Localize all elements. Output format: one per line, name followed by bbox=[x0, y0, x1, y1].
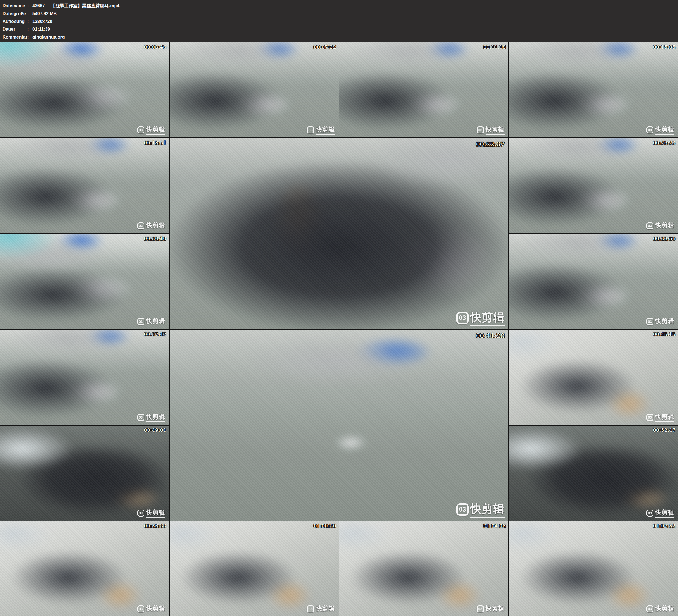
meta-separator: : bbox=[27, 2, 32, 10]
kuaijianji-logo-icon: 03 bbox=[456, 312, 469, 324]
meta-separator: : bbox=[27, 10, 32, 17]
watermark: 03 快剪辑 bbox=[138, 317, 165, 326]
comment-value: qinglanhua.org bbox=[32, 33, 65, 41]
video-thumbnail: 01:00:20 03 快剪辑 bbox=[170, 521, 339, 616]
watermark: 03 快剪辑 bbox=[646, 317, 674, 326]
filesize-value: 5407.82 MB bbox=[32, 10, 57, 17]
watermark: 03 快剪辑 bbox=[138, 221, 165, 230]
watermark-text: 快剪辑 bbox=[146, 221, 165, 230]
watermark-text: 快剪辑 bbox=[146, 413, 165, 422]
watermark-text: 快剪辑 bbox=[655, 125, 674, 134]
kuaijianji-logo-icon: 03 bbox=[138, 222, 144, 229]
timestamp-overlay: 00:18:51 bbox=[144, 140, 166, 146]
duration-value: 01:11:39 bbox=[32, 26, 50, 33]
timestamp-overlay: 00:15:05 bbox=[653, 44, 676, 50]
video-thumbnail: 00:52:47 03 快剪辑 bbox=[509, 426, 678, 521]
watermark-text: 快剪辑 bbox=[655, 604, 674, 614]
thumbnail-image-placeholder bbox=[0, 234, 169, 329]
meta-row-filename: Dateiname : 43667----【浅墨工作室】黑丝直臂驷马.mp4 bbox=[2, 2, 678, 10]
timestamp-overlay: 01:07:52 bbox=[653, 523, 676, 529]
kuaijianji-logo-icon: 03 bbox=[646, 126, 653, 133]
video-thumbnail: 00:15:05 03 快剪辑 bbox=[509, 42, 678, 138]
thumbnail-image-placeholder bbox=[509, 42, 678, 138]
video-thumbnail: 01:04:06 03 快剪辑 bbox=[339, 521, 509, 616]
timestamp-overlay: 00:52:47 bbox=[653, 427, 676, 433]
timestamp-overlay: 00:22:37 bbox=[476, 141, 505, 148]
timestamp-overlay: 00:11:18 bbox=[483, 44, 505, 50]
watermark-text: 快剪辑 bbox=[146, 604, 165, 614]
meta-separator: : bbox=[27, 33, 32, 41]
watermark: 03 快剪辑 bbox=[477, 604, 505, 614]
video-thumbnail: 00:07:32 03 快剪辑 bbox=[170, 42, 339, 138]
watermark: 03 快剪辑 bbox=[646, 125, 674, 134]
watermark-text: 快剪辑 bbox=[486, 125, 505, 134]
thumbnail-image-placeholder bbox=[509, 330, 678, 425]
watermark-text: 快剪辑 bbox=[655, 317, 674, 326]
thumbnail-image-placeholder bbox=[170, 42, 339, 138]
watermark: 03 快剪辑 bbox=[307, 604, 335, 614]
meta-row-comment: Kommentar : qinglanhua.org bbox=[2, 33, 678, 41]
kuaijianji-logo-icon: 03 bbox=[307, 126, 314, 133]
thumbnail-image-placeholder bbox=[339, 42, 509, 138]
timestamp-overlay: 00:37:42 bbox=[144, 332, 166, 337]
watermark-text: 快剪辑 bbox=[486, 604, 505, 614]
video-thumbnail: 00:56:33 03 快剪辑 bbox=[0, 521, 169, 616]
timestamp-overlay: 00:30:10 bbox=[144, 236, 166, 241]
kuaijianji-logo-icon: 03 bbox=[138, 126, 144, 133]
watermark-text: 快剪辑 bbox=[146, 317, 165, 326]
timestamp-overlay: 00:03:46 bbox=[144, 44, 166, 50]
thumbnail-image-placeholder bbox=[170, 138, 509, 329]
video-thumbnail: 00:30:10 03 快剪辑 bbox=[0, 234, 169, 329]
timestamp-overlay: 01:04:06 bbox=[483, 523, 505, 529]
kuaijianji-logo-icon: 03 bbox=[138, 414, 144, 421]
thumbnail-image-placeholder bbox=[509, 138, 678, 233]
thumbnail-image-placeholder bbox=[170, 521, 339, 616]
meta-row-filesize: Dateigröße : 5407.82 MB bbox=[2, 10, 678, 17]
thumbnail-image-placeholder bbox=[0, 138, 169, 233]
kuaijianji-logo-icon: 03 bbox=[138, 510, 144, 516]
meta-label: Kommentar bbox=[2, 33, 27, 41]
kuaijianji-logo-icon: 03 bbox=[138, 605, 144, 612]
thumbnail-grid: 00:03:46 03 快剪辑 00:07:32 03 快剪辑 00:11:18… bbox=[0, 42, 678, 616]
thumbnail-image-placeholder bbox=[0, 521, 169, 616]
video-thumbnail: 00:37:42 03 快剪辑 bbox=[0, 330, 169, 425]
video-thumbnail: 00:18:51 03 快剪辑 bbox=[0, 138, 169, 233]
kuaijianji-logo-icon: 03 bbox=[307, 605, 314, 612]
meta-label: Auflösung bbox=[2, 17, 27, 26]
video-thumbnail: 00:26:23 03 快剪辑 bbox=[509, 138, 678, 233]
timestamp-overlay: 00:33:56 bbox=[653, 236, 676, 241]
watermark-text: 快剪辑 bbox=[316, 604, 335, 614]
timestamp-overlay: 00:07:32 bbox=[314, 44, 336, 50]
kuaijianji-logo-icon: 03 bbox=[646, 222, 653, 229]
meta-label: Dauer bbox=[2, 26, 27, 33]
filename-value: 43667----【浅墨工作室】黑丝直臂驷马.mp4 bbox=[32, 2, 119, 10]
kuaijianji-logo-icon: 03 bbox=[138, 318, 144, 325]
thumbnail-image-placeholder bbox=[0, 42, 169, 138]
timestamp-overlay: 00:26:23 bbox=[653, 140, 676, 146]
watermark: 03 快剪辑 bbox=[646, 413, 674, 422]
metadata-header: Dateiname : 43667----【浅墨工作室】黑丝直臂驷马.mp4 D… bbox=[0, 0, 678, 42]
watermark-text: 快剪辑 bbox=[470, 310, 505, 326]
timestamp-overlay: 00:45:15 bbox=[653, 332, 676, 337]
meta-separator: : bbox=[27, 17, 32, 26]
meta-row-duration: Dauer : 01:11:39 bbox=[2, 26, 678, 33]
timestamp-overlay: 00:49:01 bbox=[144, 427, 166, 433]
watermark: 03 快剪辑 bbox=[138, 508, 165, 518]
video-thumbnail: 00:49:01 03 快剪辑 bbox=[0, 426, 169, 521]
watermark: 03 快剪辑 bbox=[477, 125, 505, 134]
watermark-text: 快剪辑 bbox=[146, 125, 165, 134]
video-thumbnail: 01:07:52 03 快剪辑 bbox=[509, 521, 678, 616]
kuaijianji-logo-icon: 03 bbox=[646, 510, 653, 516]
thumbnail-image-placeholder bbox=[339, 521, 509, 616]
video-thumbnail: 00:03:46 03 快剪辑 bbox=[0, 42, 169, 138]
video-thumbnail-large: 00:22:37 03 快剪辑 bbox=[170, 138, 509, 329]
thumbnail-image-placeholder bbox=[0, 330, 169, 425]
watermark-text: 快剪辑 bbox=[146, 508, 165, 518]
kuaijianji-logo-icon: 03 bbox=[477, 605, 484, 612]
thumbnail-image-placeholder bbox=[509, 426, 678, 521]
meta-separator: : bbox=[27, 26, 32, 33]
kuaijianji-logo-icon: 03 bbox=[477, 126, 484, 133]
meta-label: Dateiname bbox=[2, 2, 27, 10]
kuaijianji-logo-icon: 03 bbox=[646, 414, 653, 421]
watermark-text: 快剪辑 bbox=[655, 508, 674, 518]
